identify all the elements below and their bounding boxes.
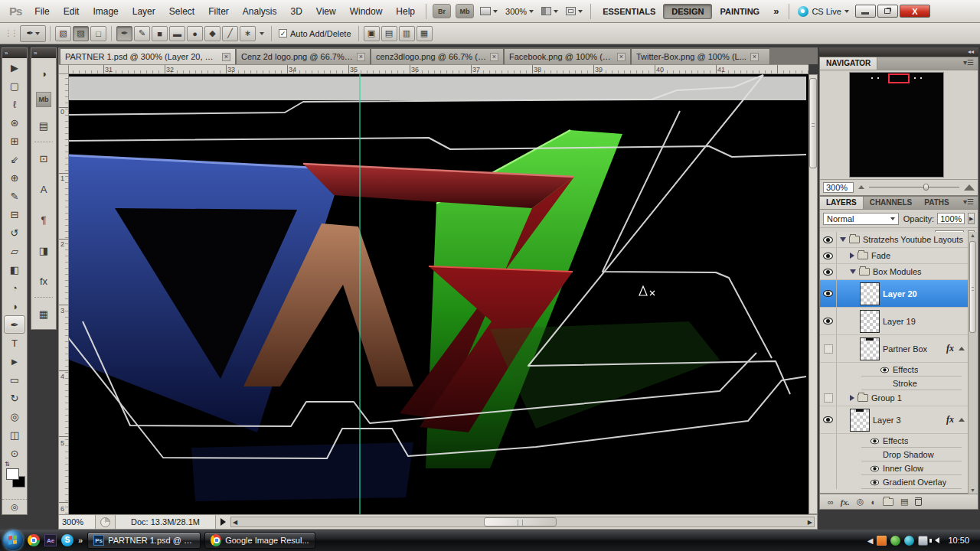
quick-mask-button[interactable]: ◎ xyxy=(2,499,27,514)
collapsed-triangle-icon[interactable] xyxy=(850,253,854,259)
brush-tool[interactable]: ✎ xyxy=(2,187,27,205)
zoom-in-icon[interactable] xyxy=(964,184,975,191)
menu-3d[interactable]: 3D xyxy=(284,3,309,20)
scroll-down-arrow[interactable]: ▼ xyxy=(970,487,975,493)
eye-icon[interactable] xyxy=(871,479,879,485)
arrange-documents-dropdown[interactable] xyxy=(537,7,562,15)
menu-select[interactable]: Select xyxy=(162,3,201,20)
scrollbar-thumb[interactable] xyxy=(809,78,817,168)
menu-file[interactable]: File xyxy=(28,3,56,20)
3d-orbit-tool[interactable]: ◎ xyxy=(2,407,27,425)
visibility-toggle[interactable] xyxy=(820,232,837,247)
hand-tool[interactable]: ◫ xyxy=(2,425,27,444)
shape-button[interactable]: ∗ xyxy=(240,26,256,41)
zoom-level-dropdown[interactable]: 300% xyxy=(501,7,537,16)
auto-add-delete-checkbox[interactable]: ✓ Auto Add/Delete xyxy=(279,29,351,38)
shape-button[interactable]: ● xyxy=(187,26,203,41)
menu-view[interactable]: View xyxy=(309,3,343,20)
workspace-essentials[interactable]: ESSENTIALS xyxy=(595,5,663,18)
status-menu-arrow[interactable] xyxy=(220,518,226,526)
close-icon[interactable]: × xyxy=(357,53,365,61)
after-effects-quicklaunch-icon[interactable]: Ae xyxy=(44,534,57,546)
dodge-tool[interactable]: ◑ xyxy=(2,297,27,315)
styles-panel-icon[interactable]: fx xyxy=(31,266,56,296)
layers-scrollbar[interactable]: ▲ ▼ xyxy=(968,232,978,494)
layer-style-icon[interactable]: fx. xyxy=(841,497,850,507)
network-tray-icon[interactable] xyxy=(918,536,928,546)
link-layers-icon[interactable]: ∞ xyxy=(828,497,834,507)
rotate-view-icon[interactable]: ◑ xyxy=(31,58,56,89)
vertical-scrollbar[interactable] xyxy=(808,74,818,514)
scroll-left-arrow[interactable]: ◀ xyxy=(233,519,237,526)
layer-row[interactable]: Fade xyxy=(820,248,968,264)
expanded-triangle-icon[interactable] xyxy=(840,237,846,242)
close-icon[interactable]: × xyxy=(222,53,230,61)
menu-layer[interactable]: Layer xyxy=(126,3,162,20)
view-extras-dropdown[interactable] xyxy=(476,7,501,15)
layer-row[interactable]: Group 1 xyxy=(820,390,968,406)
shape-button[interactable]: ✎ xyxy=(134,26,150,41)
chevron-down-icon[interactable] xyxy=(260,32,264,35)
document-tab[interactable]: Cenz 2d logo.png @ 66.7% (...× xyxy=(236,48,371,64)
3d-rotate-tool[interactable]: ↻ xyxy=(2,389,27,407)
scrubby-zoom-icon[interactable] xyxy=(100,517,110,527)
document-tab[interactable]: cenz3dlogo.png @ 66.7% (L...× xyxy=(371,48,504,64)
visibility-toggle[interactable] xyxy=(820,280,837,307)
screen-mode-dropdown[interactable] xyxy=(562,7,586,15)
menu-filter[interactable]: Filter xyxy=(201,3,236,20)
eye-icon[interactable] xyxy=(880,367,889,373)
close-icon[interactable]: × xyxy=(617,53,626,61)
horizontal-ruler[interactable]: 3132333435363738394041 xyxy=(69,64,808,74)
tray-expand-icon[interactable]: ◀ xyxy=(867,536,874,545)
scroll-up-arrow[interactable]: ▲ xyxy=(970,233,975,238)
layer-row[interactable]: Drop Shadow xyxy=(820,448,968,461)
visibility-toggle[interactable] xyxy=(820,448,837,461)
layer-thumbnail[interactable] xyxy=(850,409,870,432)
expanded-triangle-icon[interactable] xyxy=(850,269,856,274)
healing-brush-tool[interactable]: ⊕ xyxy=(2,168,27,187)
quick-selection-tool[interactable]: ⊛ xyxy=(2,113,27,132)
draw-mode-button[interactable]: □ xyxy=(90,26,106,41)
document-tab[interactable]: Facebook.png @ 100% (Lay...× xyxy=(504,48,631,64)
collapse-effects-icon[interactable] xyxy=(959,418,965,422)
type-tool[interactable]: T xyxy=(2,334,27,352)
volume-tray-icon[interactable] xyxy=(932,537,939,543)
opacity-spinner[interactable]: ▶ xyxy=(968,213,975,224)
layer-thumbnail[interactable] xyxy=(860,337,880,360)
path-operation-button[interactable]: ▥ xyxy=(399,26,415,41)
foreground-color-swatch[interactable] xyxy=(6,468,19,480)
start-button[interactable] xyxy=(3,530,23,550)
layer-row[interactable]: Layer 20 xyxy=(820,280,968,308)
layer-row[interactable]: Inner Glow xyxy=(820,461,968,475)
mini-bridge-icon[interactable]: Mb xyxy=(36,92,51,107)
crop-tool[interactable]: ⊞ xyxy=(2,132,27,150)
panel-collapse-header[interactable]: » xyxy=(2,48,27,58)
close-icon[interactable]: × xyxy=(750,53,759,61)
vertical-ruler[interactable]: 0123456 xyxy=(58,74,69,514)
canvas-viewport[interactable] xyxy=(69,74,808,514)
path-operation-button[interactable]: ▣ xyxy=(364,26,380,41)
layer-mask-icon[interactable]: ◎ xyxy=(857,497,864,507)
scrollbar-thumb[interactable] xyxy=(484,517,557,527)
utorrent-tray-icon[interactable] xyxy=(877,536,887,546)
swap-colors-icon[interactable]: ⇅ xyxy=(5,461,10,468)
visibility-toggle[interactable] xyxy=(820,461,837,475)
taskbar-button[interactable]: Google Image Resul... xyxy=(204,532,315,549)
menu-analysis[interactable]: Analysis xyxy=(236,3,284,20)
quicklaunch-overflow[interactable]: » xyxy=(78,536,83,545)
marquee-tool[interactable]: ▢ xyxy=(2,77,27,95)
layer-row[interactable]: Stroke xyxy=(820,377,968,390)
lasso-tool[interactable]: ℓ xyxy=(2,95,27,113)
panel-collapse-header[interactable]: » xyxy=(31,48,56,58)
shape-button[interactable]: ■ xyxy=(152,26,168,41)
cs-live-dropdown[interactable]: CS Live xyxy=(793,6,854,17)
taskbar-button[interactable]: PsPARTNER 1.psd @ 3... xyxy=(87,532,201,549)
layer-comps-icon[interactable]: ▦ xyxy=(31,298,56,329)
mini-bridge-button[interactable]: Mb xyxy=(456,4,474,18)
path-selection-tool[interactable]: ► xyxy=(2,352,27,370)
close-icon[interactable]: × xyxy=(490,53,498,61)
new-layer-icon[interactable]: ▤ xyxy=(900,497,908,507)
tab-paths[interactable]: PATHS xyxy=(918,197,955,209)
clone-stamp-tool[interactable]: ⊟ xyxy=(2,205,27,223)
panel-menu-icon[interactable]: ▾☰ xyxy=(959,57,978,70)
